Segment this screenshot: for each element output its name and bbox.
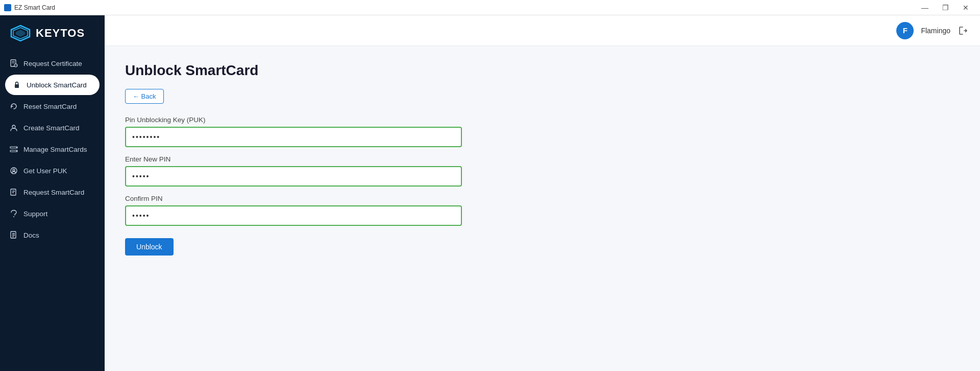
page-content: Unblock SmartCard ← Back Pin Unblocking …	[105, 46, 980, 371]
sidebar-item-label: Support	[23, 210, 47, 218]
svg-point-6	[12, 125, 15, 128]
sidebar-item-request-certificate[interactable]: Request Certificate	[0, 53, 105, 74]
unblock-button[interactable]: Unblock	[125, 238, 174, 256]
app-title: EZ Smart Card	[14, 4, 55, 11]
request-icon	[9, 188, 18, 197]
sidebar-item-label: Request SmartCard	[23, 189, 84, 196]
sidebar-item-label: Docs	[23, 231, 39, 239]
avatar: F	[896, 22, 914, 39]
sidebar-item-get-user-puk[interactable]: Get User PUK	[0, 160, 105, 181]
sidebar-item-label: Request Certificate	[23, 60, 82, 67]
puk-input[interactable]	[125, 127, 462, 147]
logout-button[interactable]	[958, 26, 968, 36]
window-controls: — ❐ ✕	[915, 0, 976, 15]
create-icon	[9, 123, 18, 132]
minimize-button[interactable]: —	[915, 0, 935, 15]
main-content: F Flamingo Unblock SmartCard ← Back Pin …	[105, 15, 980, 371]
keytos-logo-icon	[10, 25, 31, 42]
confirm-pin-input[interactable]	[125, 205, 462, 226]
new-pin-field-group: Enter New PIN	[125, 155, 462, 187]
lock-icon	[12, 80, 21, 89]
manage-icon	[9, 145, 18, 154]
back-button[interactable]: ← Back	[125, 89, 164, 104]
svg-rect-5	[15, 84, 19, 88]
unblock-form: Pin Unblocking Key (PUK) Enter New PIN C…	[125, 116, 462, 256]
user-section: F Flamingo	[896, 22, 968, 39]
certificate-icon	[9, 59, 18, 68]
sidebar-item-label: Manage SmartCards	[23, 146, 87, 153]
reset-icon	[9, 102, 18, 111]
confirm-pin-label: Confirm PIN	[125, 195, 462, 202]
sidebar-item-create-smartcard[interactable]: Create SmartCard	[0, 118, 105, 138]
logo-text: KEYTOS	[36, 27, 85, 40]
logout-icon	[958, 26, 968, 36]
sidebar-item-label: Get User PUK	[23, 167, 67, 175]
sidebar-logo: KEYTOS	[0, 15, 105, 53]
puk-label: Pin Unblocking Key (PUK)	[125, 116, 462, 124]
svg-point-12	[13, 169, 15, 171]
svg-point-14	[13, 216, 14, 217]
app-body: KEYTOS Request Certificate Unblock Smart…	[0, 15, 980, 371]
sidebar-item-unblock-smartcard[interactable]: Unblock SmartCard	[5, 75, 100, 95]
sidebar-item-label: Unblock SmartCard	[27, 81, 87, 89]
sidebar-item-label: Reset SmartCard	[23, 103, 77, 110]
puk-field-group: Pin Unblocking Key (PUK)	[125, 116, 462, 147]
sidebar: KEYTOS Request Certificate Unblock Smart…	[0, 15, 105, 371]
confirm-pin-field-group: Confirm PIN	[125, 195, 462, 226]
sidebar-item-request-smartcard[interactable]: Request SmartCard	[0, 182, 105, 202]
sidebar-item-manage-smartcards[interactable]: Manage SmartCards	[0, 139, 105, 159]
user-name: Flamingo	[921, 27, 950, 35]
sidebar-item-support[interactable]: Support	[0, 203, 105, 224]
close-button[interactable]: ✕	[955, 0, 976, 15]
puk-icon	[9, 166, 18, 175]
title-bar: EZ Smart Card — ❐ ✕	[0, 0, 980, 15]
svg-point-10	[16, 151, 17, 152]
sidebar-nav: Request Certificate Unblock SmartCard Re…	[0, 53, 105, 371]
support-icon	[9, 209, 18, 218]
svg-point-9	[16, 147, 17, 148]
new-pin-label: Enter New PIN	[125, 155, 462, 163]
top-bar: F Flamingo	[105, 15, 980, 46]
new-pin-input[interactable]	[125, 166, 462, 187]
sidebar-item-reset-smartcard[interactable]: Reset SmartCard	[0, 96, 105, 117]
sidebar-item-docs[interactable]: Docs	[0, 225, 105, 245]
maximize-button[interactable]: ❐	[935, 0, 955, 15]
svg-rect-2	[12, 61, 15, 62]
svg-point-11	[11, 168, 17, 174]
app-icon	[4, 4, 11, 11]
svg-rect-3	[12, 63, 15, 63]
svg-rect-13	[11, 189, 16, 195]
svg-rect-0	[5, 5, 10, 10]
sidebar-item-label: Create SmartCard	[23, 124, 80, 132]
docs-icon	[9, 230, 18, 240]
page-title: Unblock SmartCard	[125, 62, 960, 79]
title-bar-left: EZ Smart Card	[4, 4, 55, 11]
